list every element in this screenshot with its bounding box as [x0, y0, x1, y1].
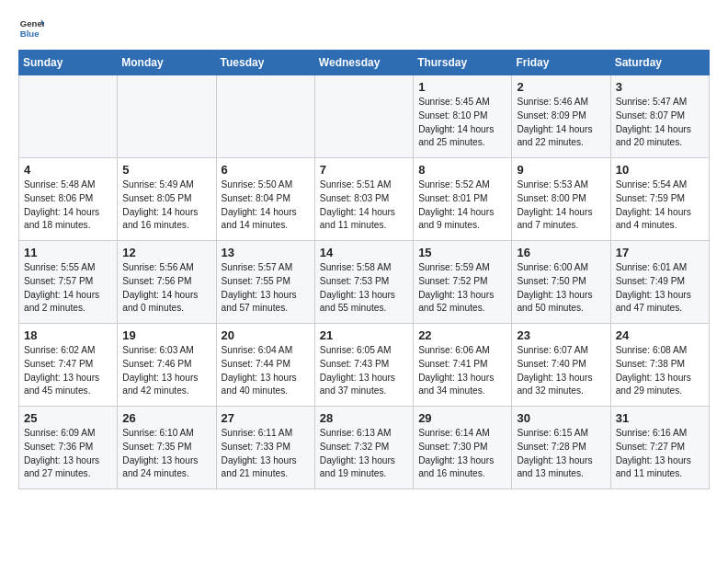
calendar-cell: 15Sunrise: 5:59 AMSunset: 7:52 PMDayligh… — [414, 241, 512, 324]
calendar-cell: 4Sunrise: 5:48 AMSunset: 8:06 PMDaylight… — [19, 158, 118, 241]
day-info: Sunrise: 6:00 AMSunset: 7:50 PMDaylight:… — [517, 261, 605, 316]
day-number: 15 — [418, 246, 506, 259]
day-number: 24 — [616, 328, 704, 342]
day-number: 27 — [222, 411, 310, 425]
calendar-week-2: 4Sunrise: 5:48 AMSunset: 8:06 PMDaylight… — [19, 158, 710, 241]
day-number: 30 — [517, 411, 605, 425]
day-number: 21 — [320, 328, 408, 342]
svg-text:General: General — [20, 18, 44, 29]
calendar-cell: 12Sunrise: 5:56 AMSunset: 7:56 PMDayligh… — [118, 241, 216, 324]
day-info: Sunrise: 5:58 AMSunset: 7:53 PMDaylight:… — [320, 261, 408, 316]
calendar-cell: 22Sunrise: 6:06 AMSunset: 7:41 PMDayligh… — [414, 324, 512, 407]
calendar-cell: 20Sunrise: 6:04 AMSunset: 7:44 PMDayligh… — [216, 324, 314, 407]
logo: General Blue — [18, 15, 44, 40]
day-number: 31 — [616, 411, 704, 425]
day-info: Sunrise: 5:48 AMSunset: 8:06 PMDaylight:… — [24, 178, 112, 233]
calendar-cell — [314, 75, 413, 158]
day-number: 3 — [616, 80, 704, 94]
calendar-cell: 23Sunrise: 6:07 AMSunset: 7:40 PMDayligh… — [512, 324, 610, 407]
day-info: Sunrise: 6:16 AMSunset: 7:27 PMDaylight:… — [616, 427, 704, 481]
day-number: 12 — [122, 246, 210, 259]
day-info: Sunrise: 5:46 AMSunset: 8:09 PMDaylight:… — [517, 96, 605, 150]
header-day-monday: Monday — [118, 51, 216, 75]
calendar-cell: 30Sunrise: 6:15 AMSunset: 7:28 PMDayligh… — [512, 407, 610, 489]
calendar-cell: 2Sunrise: 5:46 AMSunset: 8:09 PMDaylight… — [512, 75, 610, 158]
day-info: Sunrise: 6:06 AMSunset: 7:41 PMDaylight:… — [418, 344, 506, 398]
calendar-cell: 8Sunrise: 5:52 AMSunset: 8:01 PMDaylight… — [414, 158, 512, 241]
calendar-cell: 11Sunrise: 5:55 AMSunset: 7:57 PMDayligh… — [19, 241, 118, 324]
generalblue-logo-icon: General Blue — [18, 15, 44, 40]
day-info: Sunrise: 5:49 AMSunset: 8:05 PMDaylight:… — [122, 178, 210, 233]
day-info: Sunrise: 5:51 AMSunset: 8:03 PMDaylight:… — [320, 178, 408, 233]
day-info: Sunrise: 5:55 AMSunset: 7:57 PMDaylight:… — [24, 261, 112, 316]
day-info: Sunrise: 6:09 AMSunset: 7:36 PMDaylight:… — [24, 427, 112, 481]
day-number: 26 — [122, 411, 210, 425]
calendar-cell: 25Sunrise: 6:09 AMSunset: 7:36 PMDayligh… — [19, 407, 118, 489]
header-day-thursday: Thursday — [414, 51, 512, 75]
calendar-cell: 13Sunrise: 5:57 AMSunset: 7:55 PMDayligh… — [216, 241, 314, 324]
calendar-cell: 18Sunrise: 6:02 AMSunset: 7:47 PMDayligh… — [19, 324, 118, 407]
calendar-cell — [19, 75, 118, 158]
header-day-sunday: Sunday — [19, 51, 118, 75]
calendar-cell: 19Sunrise: 6:03 AMSunset: 7:46 PMDayligh… — [118, 324, 216, 407]
calendar-cell: 31Sunrise: 6:16 AMSunset: 7:27 PMDayligh… — [610, 407, 709, 489]
day-number: 11 — [24, 246, 112, 259]
day-info: Sunrise: 6:02 AMSunset: 7:47 PMDaylight:… — [24, 344, 112, 398]
day-info: Sunrise: 6:01 AMSunset: 7:49 PMDaylight:… — [616, 261, 704, 316]
calendar-cell: 1Sunrise: 5:45 AMSunset: 8:10 PMDaylight… — [414, 75, 512, 158]
day-number: 1 — [418, 80, 506, 94]
calendar-cell: 16Sunrise: 6:00 AMSunset: 7:50 PMDayligh… — [512, 241, 610, 324]
day-info: Sunrise: 6:07 AMSunset: 7:40 PMDaylight:… — [517, 344, 605, 398]
day-info: Sunrise: 6:03 AMSunset: 7:46 PMDaylight:… — [122, 344, 210, 398]
calendar-cell — [118, 75, 216, 158]
day-number: 8 — [418, 163, 506, 177]
day-info: Sunrise: 5:47 AMSunset: 8:07 PMDaylight:… — [616, 96, 704, 150]
day-info: Sunrise: 6:05 AMSunset: 7:43 PMDaylight:… — [320, 344, 408, 398]
day-number: 5 — [122, 163, 210, 177]
day-info: Sunrise: 6:15 AMSunset: 7:28 PMDaylight:… — [517, 427, 605, 481]
calendar-cell: 21Sunrise: 6:05 AMSunset: 7:43 PMDayligh… — [314, 324, 413, 407]
day-number: 6 — [222, 163, 310, 177]
day-info: Sunrise: 5:59 AMSunset: 7:52 PMDaylight:… — [418, 261, 506, 316]
day-number: 19 — [122, 328, 210, 342]
calendar-cell: 27Sunrise: 6:11 AMSunset: 7:33 PMDayligh… — [216, 407, 314, 489]
calendar-cell: 28Sunrise: 6:13 AMSunset: 7:32 PMDayligh… — [314, 407, 413, 489]
day-number: 4 — [24, 163, 112, 177]
header-day-tuesday: Tuesday — [216, 51, 314, 75]
calendar-week-4: 18Sunrise: 6:02 AMSunset: 7:47 PMDayligh… — [19, 324, 710, 407]
calendar-week-1: 1Sunrise: 5:45 AMSunset: 8:10 PMDaylight… — [19, 75, 710, 158]
calendar-cell: 10Sunrise: 5:54 AMSunset: 7:59 PMDayligh… — [610, 158, 709, 241]
day-info: Sunrise: 5:57 AMSunset: 7:55 PMDaylight:… — [222, 261, 310, 316]
calendar-cell: 24Sunrise: 6:08 AMSunset: 7:38 PMDayligh… — [610, 324, 709, 407]
day-info: Sunrise: 6:10 AMSunset: 7:35 PMDaylight:… — [122, 427, 210, 481]
calendar-cell: 29Sunrise: 6:14 AMSunset: 7:30 PMDayligh… — [414, 407, 512, 489]
day-info: Sunrise: 5:52 AMSunset: 8:01 PMDaylight:… — [418, 178, 506, 233]
day-number: 22 — [418, 328, 506, 342]
calendar-cell: 3Sunrise: 5:47 AMSunset: 8:07 PMDaylight… — [610, 75, 709, 158]
calendar-cell: 17Sunrise: 6:01 AMSunset: 7:49 PMDayligh… — [610, 241, 709, 324]
day-info: Sunrise: 6:08 AMSunset: 7:38 PMDaylight:… — [616, 344, 704, 398]
day-info: Sunrise: 6:13 AMSunset: 7:32 PMDaylight:… — [320, 427, 408, 481]
day-info: Sunrise: 5:53 AMSunset: 8:00 PMDaylight:… — [517, 178, 605, 233]
day-number: 29 — [418, 411, 506, 425]
day-number: 25 — [24, 411, 112, 425]
calendar-cell: 7Sunrise: 5:51 AMSunset: 8:03 PMDaylight… — [314, 158, 413, 241]
day-number: 7 — [320, 163, 408, 177]
day-info: Sunrise: 6:11 AMSunset: 7:33 PMDaylight:… — [222, 427, 310, 481]
header: General Blue — [18, 15, 710, 40]
calendar-cell: 9Sunrise: 5:53 AMSunset: 8:00 PMDaylight… — [512, 158, 610, 241]
day-number: 9 — [517, 163, 605, 177]
day-number: 10 — [616, 163, 704, 177]
day-number: 2 — [517, 80, 605, 94]
day-info: Sunrise: 6:04 AMSunset: 7:44 PMDaylight:… — [222, 344, 310, 398]
header-day-saturday: Saturday — [610, 51, 709, 75]
day-info: Sunrise: 5:45 AMSunset: 8:10 PMDaylight:… — [418, 96, 506, 150]
calendar-cell: 6Sunrise: 5:50 AMSunset: 8:04 PMDaylight… — [216, 158, 314, 241]
day-info: Sunrise: 5:54 AMSunset: 7:59 PMDaylight:… — [616, 178, 704, 233]
day-number: 23 — [517, 328, 605, 342]
calendar-header-row: SundayMondayTuesdayWednesdayThursdayFrid… — [19, 51, 710, 75]
day-number: 14 — [320, 246, 408, 259]
header-day-friday: Friday — [512, 51, 610, 75]
day-number: 28 — [320, 411, 408, 425]
svg-text:Blue: Blue — [20, 29, 40, 39]
